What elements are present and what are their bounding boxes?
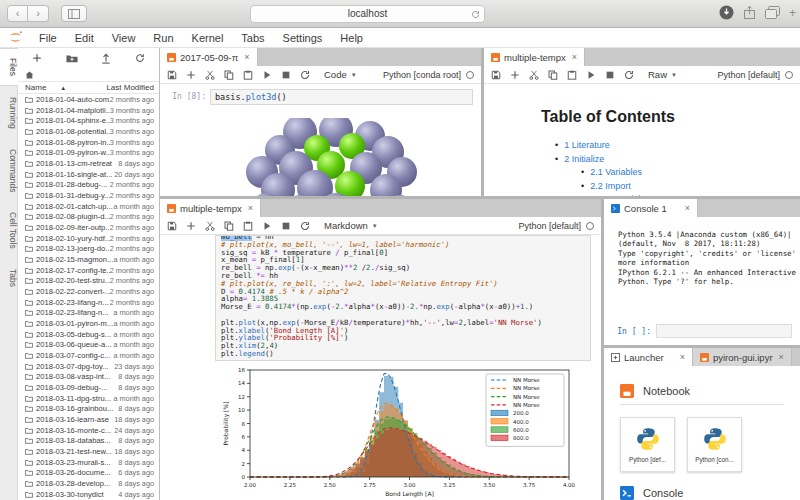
cut-icon[interactable] — [529, 70, 539, 80]
new-folder-icon[interactable] — [66, 53, 78, 63]
close-icon[interactable]: × — [572, 52, 577, 62]
tab-2017-05-09[interactable]: 2017-05-09-π × — [160, 48, 258, 66]
refresh-icon[interactable] — [300, 70, 310, 80]
tab-pyiron-gui[interactable]: pyiron-gui.ipyr × — [693, 348, 792, 366]
file-row[interactable]: 2018-03-16-learn-ase18 days ago — [18, 414, 159, 425]
cut-icon[interactable] — [205, 221, 215, 231]
add-cell-icon[interactable] — [510, 70, 520, 80]
molecule-3d-output[interactable] — [228, 118, 440, 196]
downloads-icon[interactable] — [719, 5, 734, 20]
cell-type-dropdown[interactable]: Code▼ — [324, 69, 357, 80]
tabs-overview-icon[interactable] — [765, 6, 780, 19]
paste-icon[interactable] — [243, 70, 253, 80]
cell-type-dropdown[interactable]: Raw▼ — [648, 69, 677, 80]
close-icon[interactable]: × — [779, 352, 784, 362]
file-row[interactable]: 2018-03-28-develop...8 days ago — [18, 478, 159, 489]
console-input-field[interactable] — [656, 324, 792, 338]
close-icon[interactable]: × — [685, 203, 690, 213]
file-row[interactable]: 2018-02-17-config-te...2 months ago — [18, 265, 159, 276]
file-row[interactable]: 2018-01-04-auto-com...2 months ago — [18, 94, 159, 105]
file-row[interactable]: 2018-02-23-lifang-n...a month ago — [18, 307, 159, 318]
file-row[interactable]: 2018-01-08-pyiron-in...3 months ago — [18, 137, 159, 148]
file-row[interactable]: 2018-03-16-monte-c...24 days ago — [18, 425, 159, 436]
file-row[interactable]: 2018-01-31-debug-y...2 months ago — [18, 190, 159, 201]
file-row[interactable]: 2018-02-15-magmon...a month ago — [18, 254, 159, 265]
paste-icon[interactable] — [243, 221, 253, 231]
tab-multiple-tempx-bottom[interactable]: multiple-tempx × — [160, 199, 261, 217]
menu-settings[interactable]: Settings — [274, 32, 332, 44]
tab-multiple-tempx-top[interactable]: multiple-tempx × — [484, 48, 585, 66]
toc-link[interactable]: 2.2 Import — [581, 180, 800, 194]
copy-icon[interactable] — [224, 221, 234, 231]
browser-sidebar-button[interactable] — [61, 5, 87, 22]
code-cell[interactable]: basis.plot3d() — [210, 89, 473, 105]
cut-icon[interactable] — [205, 70, 215, 80]
menu-view[interactable]: View — [103, 32, 145, 44]
close-icon[interactable]: × — [680, 352, 685, 362]
browser-forward-button[interactable]: › — [28, 5, 49, 22]
add-cell-icon[interactable] — [186, 70, 196, 80]
file-row[interactable]: 2018-01-28-debug-...2 months ago — [18, 179, 159, 190]
save-icon[interactable] — [491, 70, 501, 80]
sidebar-tab-files[interactable]: Files — [0, 48, 18, 86]
file-list-header[interactable]: Name ▲ Last Modified — [18, 81, 159, 94]
refresh-icon[interactable] — [135, 53, 145, 63]
file-row[interactable]: 2018-03-16-grainbou...8 days ago — [18, 403, 159, 414]
menu-file[interactable]: File — [30, 32, 66, 44]
file-row[interactable]: 2018-02-08-plugin-d...2 months ago — [18, 211, 159, 222]
launcher-card-python-def-[interactable]: Python [def... — [620, 417, 675, 472]
sidebar-tab-tabs[interactable]: Tabs — [0, 260, 18, 296]
file-row[interactable]: 2018-03-18-databas...8 days ago — [18, 436, 159, 447]
menu-help[interactable]: Help — [331, 32, 372, 44]
file-row[interactable]: 2018-03-07-config-c...a month ago — [18, 350, 159, 361]
file-row[interactable]: 2018-01-16-single-at...20 days ago — [18, 169, 159, 180]
file-row[interactable]: 2018-02-09-iter-outp...2 months ago — [18, 222, 159, 233]
file-row[interactable]: 2018-02-22-convert-...2 months ago — [18, 286, 159, 297]
file-row[interactable]: 2018-03-11-dpg-stru...a month ago — [18, 393, 159, 404]
stop-icon[interactable] — [605, 70, 615, 80]
menu-run[interactable]: Run — [144, 32, 182, 44]
save-icon[interactable] — [167, 221, 177, 231]
reload-icon[interactable] — [471, 8, 480, 24]
save-icon[interactable] — [167, 70, 177, 80]
menu-kernel[interactable]: Kernel — [183, 32, 233, 44]
file-row[interactable]: 2018-03-01-pyiron-m...a month ago — [18, 318, 159, 329]
file-row[interactable]: 2018-01-13-cm-retreat8 days ago — [18, 158, 159, 169]
file-row[interactable]: 2018-01-04-matplotli...3 months ago — [18, 105, 159, 116]
file-row[interactable]: 2018-01-09-pyiron-w...3 months ago — [18, 147, 159, 158]
menu-edit[interactable]: Edit — [66, 32, 103, 44]
run-icon[interactable] — [262, 221, 272, 231]
kernel-status-icon[interactable] — [785, 71, 793, 79]
file-row[interactable]: 2018-01-08-potential...3 months ago — [18, 126, 159, 137]
menu-tabs[interactable]: Tabs — [232, 32, 273, 44]
sidebar-tab-commands[interactable]: Commands — [0, 140, 18, 201]
new-tab-button[interactable]: + — [789, 6, 796, 20]
sidebar-tab-cell-tools[interactable]: Cell Tools — [0, 203, 18, 258]
file-row[interactable]: 2018-03-08-vasp-int...8 days ago — [18, 371, 159, 382]
cell-type-dropdown[interactable]: Markdown▼ — [324, 220, 378, 231]
file-row[interactable]: 2018-03-05-debug-s...a month ago — [18, 329, 159, 340]
share-icon[interactable] — [743, 5, 756, 20]
close-icon[interactable]: × — [248, 203, 253, 213]
column-last-modified[interactable]: Last Modified — [106, 83, 159, 92]
code-cell[interactable]: mo_bell = hh# plt.plot(x, mo_bell, '--',… — [215, 235, 591, 361]
sidebar-tab-running[interactable]: Running — [0, 88, 18, 138]
refresh-icon[interactable] — [624, 70, 634, 80]
run-icon[interactable] — [262, 70, 272, 80]
file-row[interactable]: 2018-03-09-debug-...8 days ago — [18, 382, 159, 393]
browser-back-button[interactable]: ‹ — [7, 5, 28, 22]
file-row[interactable]: 2018-03-26-docume...6 days ago — [18, 468, 159, 479]
kernel-status-icon[interactable] — [466, 71, 474, 79]
column-name[interactable]: Name — [18, 83, 46, 92]
stop-icon[interactable] — [281, 70, 291, 80]
toc-link[interactable]: 2 Initialize — [555, 153, 800, 167]
run-icon[interactable] — [586, 70, 596, 80]
file-row[interactable]: 2018-03-06-queue-a...a month ago — [18, 339, 159, 350]
file-row[interactable]: 2018-02-01-catch-up...a month ago — [18, 201, 159, 212]
browser-url-field[interactable]: localhost — [250, 5, 485, 23]
new-launcher-icon[interactable] — [32, 53, 42, 63]
tab-console-1[interactable]: Console 1 × — [604, 199, 698, 217]
toc-link[interactable]: 1 Literature — [555, 139, 800, 153]
refresh-icon[interactable] — [300, 221, 310, 231]
add-cell-icon[interactable] — [186, 221, 196, 231]
